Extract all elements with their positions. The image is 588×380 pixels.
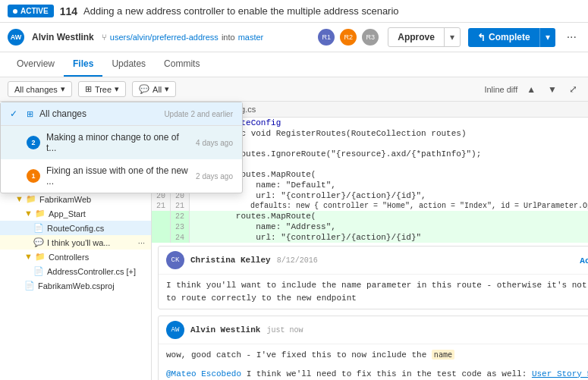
reviewer-avatar-2: R2 [338, 27, 358, 47]
approve-button-group: Approve ▾ [388, 27, 461, 47]
expand-button[interactable]: ⤢ [566, 82, 580, 96]
line-code-class: class RouteConfig [190, 118, 588, 128]
comment-row-2: AW Alvin Westlink just now wow, good cat… [152, 312, 588, 380]
file-icon-routeconfig: 📄 [33, 223, 44, 233]
code-line-23-added: 23 name: "Address", [152, 221, 588, 232]
approve-dropdown-arrow[interactable]: ▾ [445, 28, 460, 46]
folder-icon-fabrikamweb: ▼ 📁 [15, 194, 36, 204]
active-badge: ACTIVE [8, 5, 54, 17]
branch-from-link[interactable]: users/alvin/preferred-address [110, 33, 219, 42]
complete-dropdown-arrow[interactable]: ▾ [540, 28, 555, 46]
code-line-21: 21 21 defaults: new { controller = "Home… [152, 201, 588, 211]
all-changes-label: All changes [14, 85, 58, 94]
comment-row-1: CK Christina Kelley 8/12/2016 Active ▾ I… [152, 243, 588, 312]
dropdown-item-all[interactable]: ✓ ⊞ All changes Update 2 and earlier [1, 102, 242, 125]
comment-avatar-2: AW [166, 321, 184, 339]
tree-item-controllers[interactable]: ▼ 📁 Controllers [0, 250, 151, 264]
comment-body-2: wow, good catch - I've fixed this to now… [159, 344, 588, 366]
comment-icon: 💬 [139, 84, 149, 94]
label-routeconfig: RouteConfig.cs [47, 224, 104, 233]
nav-tabs: Overview Files Updates Commits [0, 52, 588, 77]
comment-author-2: Alvin Westlink [190, 325, 260, 334]
all-changes-arrow: ▾ [61, 84, 65, 94]
more-button[interactable]: ··· [563, 30, 580, 44]
toolbar: All changes ▾ ⊞ Tree ▾ 💬 All ▾ Inline di… [0, 77, 588, 102]
git-icon: ⑂ [102, 33, 107, 42]
main-content: ✓ ⊞ All changes Update 2 and earlier 2 M… [0, 102, 588, 380]
complete-icon: ↰ [477, 32, 486, 43]
dropdown-item-1[interactable]: 1 Fixing an issue with one of the new ..… [1, 159, 242, 193]
comment-author-1: Christina Kelley [190, 256, 271, 265]
comment-cell-1: CK Christina Kelley 8/12/2016 Active ▾ I… [152, 243, 588, 312]
label-address: AddressController.cs [+] [47, 267, 136, 276]
avatar: AW [8, 29, 24, 46]
label-appstart: App_Start [49, 209, 86, 218]
folder-icon-controllers: ▼ 📁 [24, 252, 46, 262]
inline-diff-container: Inline diff [484, 85, 517, 94]
active-dot [13, 9, 17, 14]
tree-item-address[interactable]: 📄 AddressController.cs [+] [0, 264, 151, 278]
comment-block-1: CK Christina Kelley 8/12/2016 Active ▾ I… [158, 246, 588, 309]
all-changes-button[interactable]: All changes ▾ [8, 81, 72, 97]
mention: @Mateo Escobedo [166, 369, 241, 378]
tree-item-appstart[interactable]: ▼ 📁 App_Start [0, 206, 151, 221]
nav-down-button[interactable]: ▼ [545, 83, 560, 96]
file-icon-csproj: 📄 [24, 281, 35, 290]
comment-active-1[interactable]: Active ▾ [580, 256, 588, 265]
comment-avatar-1: CK [166, 251, 184, 269]
comment-body-1: I think you'll want to include the name … [159, 275, 588, 309]
circle-2: 2 [27, 136, 40, 149]
more-icon-think[interactable]: ··· [138, 238, 145, 247]
comment-date-1: 8/12/2016 [277, 256, 318, 265]
complete-button[interactable]: ↰ Complete [468, 28, 540, 47]
dropdown-all-meta: Update 2 and earlier [164, 110, 233, 118]
dropdown-all-label: All changes [39, 108, 158, 119]
pr-title: Adding a new address controller to enabl… [83, 5, 580, 17]
comment-date-2: just now [266, 326, 303, 334]
inline-diff-label: Inline diff [484, 85, 517, 94]
user-row: AW Alvin Westlink ⑂ users/alvin/preferre… [0, 23, 588, 52]
approve-button[interactable]: Approve [388, 28, 445, 46]
tab-updates[interactable]: Updates [102, 52, 155, 77]
user-name: Alvin Westlink [32, 32, 94, 42]
dropdown-item-1-label: Fixing an issue with one of the new ... [46, 165, 190, 187]
tab-commits[interactable]: Commits [155, 52, 209, 77]
label-think: I think you'll wa... [47, 238, 135, 247]
tree-item-think[interactable]: 💬 I think you'll wa... ··· [0, 235, 151, 250]
complete-button-group: ↰ Complete ▾ [468, 28, 555, 47]
tree-item-fabrikamweb[interactable]: ▼ 📁 FabrikamWeb [0, 192, 151, 206]
comment-body-3: @Mateo Escobedo I think we'll need to fi… [159, 366, 588, 381]
all-arrow: ▾ [165, 84, 169, 94]
label-fabrikamweb: FabrikamWeb [39, 195, 91, 204]
code-snippet: name [432, 350, 454, 360]
into-text: into [222, 33, 235, 42]
top-bar: ACTIVE 114 Adding a new address controll… [0, 0, 588, 23]
label-csproj: FabrikamWeb.csproj [38, 281, 115, 290]
nav-up-button[interactable]: ▲ [524, 83, 539, 96]
reviewer-avatar-1: R1 [316, 27, 336, 47]
active-label: ACTIVE [20, 7, 49, 15]
comment-block-2: AW Alvin Westlink just now wow, good cat… [158, 316, 588, 380]
comment-cell-2: AW Alvin Westlink just now wow, good cat… [152, 312, 588, 380]
reviewer-avatar-3: R3 [360, 27, 380, 47]
tree-icon: ⊞ [85, 84, 92, 94]
tree-arrow: ▾ [115, 84, 119, 94]
tab-files[interactable]: Files [64, 52, 102, 77]
checkmark-icon: ✓ [10, 108, 20, 119]
comment-header-1: CK Christina Kelley 8/12/2016 Active ▾ [159, 247, 588, 275]
branch-info: ⑂ users/alvin/preferred-address into mas… [102, 33, 263, 42]
tree-item-routeconfig[interactable]: 📄 RouteConfig.cs [0, 221, 151, 235]
tree-button[interactable]: ⊞ Tree ▾ [78, 81, 126, 97]
complete-label: Complete [489, 32, 530, 42]
label-controllers: Controllers [49, 253, 89, 262]
dropdown-item-2[interactable]: 2 Making a minor change to one of t... 4… [1, 126, 242, 159]
all-changes-icon: ⊞ [27, 109, 33, 119]
all-filter-button[interactable]: 💬 All ▾ [132, 81, 176, 97]
branch-to-link[interactable]: master [238, 33, 264, 42]
folder-icon-appstart: ▼ 📁 [24, 209, 46, 218]
work-item-link[interactable]: User Story 534: [532, 369, 588, 378]
file-icon-think: 💬 [33, 237, 44, 247]
tab-overview[interactable]: Overview [8, 52, 64, 77]
comment-header-2: AW Alvin Westlink just now [159, 316, 588, 344]
tree-item-csproj[interactable]: 📄 FabrikamWeb.csproj [0, 278, 151, 293]
